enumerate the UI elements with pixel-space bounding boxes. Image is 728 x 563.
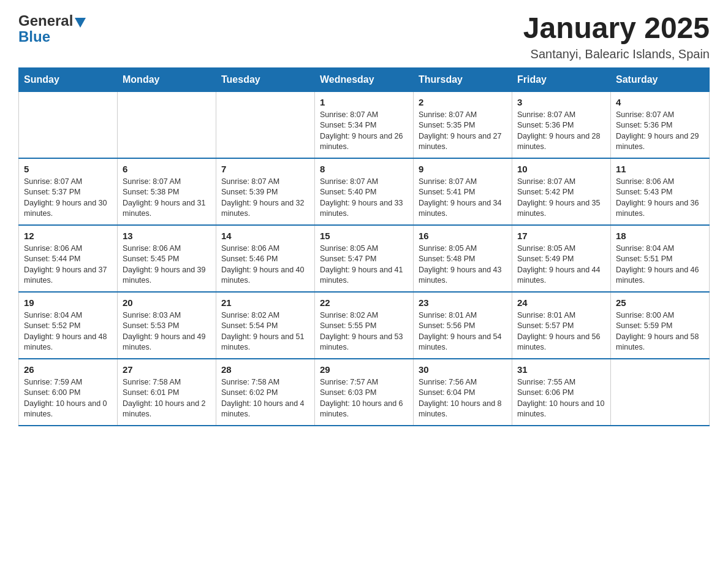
day-number: 28 xyxy=(221,364,309,375)
calendar-cell: 17Sunrise: 8:05 AM Sunset: 5:49 PM Dayli… xyxy=(512,225,611,292)
header-monday: Monday xyxy=(118,67,216,91)
day-number: 16 xyxy=(419,231,507,241)
day-number: 12 xyxy=(24,231,112,241)
day-number: 30 xyxy=(419,364,507,375)
page-header: General Blue January 2025 Santanyi, Bale… xyxy=(18,12,710,61)
day-number: 13 xyxy=(123,231,211,241)
day-info: Sunrise: 7:57 AM Sunset: 6:03 PM Dayligh… xyxy=(320,377,408,420)
day-info: Sunrise: 8:06 AM Sunset: 5:44 PM Dayligh… xyxy=(24,243,112,286)
calendar-cell xyxy=(216,91,315,158)
day-info: Sunrise: 8:05 AM Sunset: 5:48 PM Dayligh… xyxy=(419,243,507,286)
day-info: Sunrise: 8:07 AM Sunset: 5:41 PM Dayligh… xyxy=(419,177,507,220)
day-number: 8 xyxy=(320,164,408,174)
day-number: 24 xyxy=(517,297,605,308)
day-info: Sunrise: 8:02 AM Sunset: 5:55 PM Dayligh… xyxy=(320,310,408,353)
day-number: 21 xyxy=(221,297,309,308)
day-info: Sunrise: 8:07 AM Sunset: 5:39 PM Dayligh… xyxy=(221,177,309,220)
day-number: 14 xyxy=(221,231,309,241)
day-info: Sunrise: 7:56 AM Sunset: 6:04 PM Dayligh… xyxy=(419,377,507,420)
header-saturday: Saturday xyxy=(611,67,710,91)
day-info: Sunrise: 8:07 AM Sunset: 5:40 PM Dayligh… xyxy=(320,177,408,220)
day-number: 11 xyxy=(616,164,704,174)
day-number: 17 xyxy=(517,231,605,241)
page-subtitle: Santanyi, Balearic Islands, Spain xyxy=(523,47,710,61)
week-row-2: 5Sunrise: 8:07 AM Sunset: 5:37 PM Daylig… xyxy=(19,158,710,225)
calendar-cell: 14Sunrise: 8:06 AM Sunset: 5:46 PM Dayli… xyxy=(216,225,315,292)
day-info: Sunrise: 7:58 AM Sunset: 6:01 PM Dayligh… xyxy=(123,377,211,420)
day-info: Sunrise: 8:03 AM Sunset: 5:53 PM Dayligh… xyxy=(123,310,211,353)
calendar-cell xyxy=(118,91,216,158)
calendar-cell: 15Sunrise: 8:05 AM Sunset: 5:47 PM Dayli… xyxy=(315,225,414,292)
day-info: Sunrise: 8:07 AM Sunset: 5:35 PM Dayligh… xyxy=(419,110,507,153)
header-wednesday: Wednesday xyxy=(315,67,414,91)
calendar-cell: 9Sunrise: 8:07 AM Sunset: 5:41 PM Daylig… xyxy=(414,158,512,225)
day-info: Sunrise: 7:55 AM Sunset: 6:06 PM Dayligh… xyxy=(517,377,605,420)
calendar-cell: 31Sunrise: 7:55 AM Sunset: 6:06 PM Dayli… xyxy=(512,359,611,426)
title-block: January 2025 Santanyi, Balearic Islands,… xyxy=(523,12,710,61)
calendar-cell: 30Sunrise: 7:56 AM Sunset: 6:04 PM Dayli… xyxy=(414,359,512,426)
day-number: 6 xyxy=(123,164,211,174)
week-row-3: 12Sunrise: 8:06 AM Sunset: 5:44 PM Dayli… xyxy=(19,225,710,292)
day-info: Sunrise: 8:06 AM Sunset: 5:46 PM Dayligh… xyxy=(221,243,309,286)
calendar-cell: 10Sunrise: 8:07 AM Sunset: 5:42 PM Dayli… xyxy=(512,158,611,225)
calendar-cell: 19Sunrise: 8:04 AM Sunset: 5:52 PM Dayli… xyxy=(19,292,118,359)
day-number: 25 xyxy=(616,297,704,308)
day-info: Sunrise: 8:01 AM Sunset: 5:57 PM Dayligh… xyxy=(517,310,605,353)
day-number: 5 xyxy=(24,164,112,174)
day-number: 1 xyxy=(320,97,408,107)
calendar-body: 1Sunrise: 8:07 AM Sunset: 5:34 PM Daylig… xyxy=(19,91,710,426)
calendar-cell: 20Sunrise: 8:03 AM Sunset: 5:53 PM Dayli… xyxy=(118,292,216,359)
day-info: Sunrise: 8:07 AM Sunset: 5:34 PM Dayligh… xyxy=(320,110,408,153)
logo-arrow-icon xyxy=(75,18,86,28)
day-info: Sunrise: 8:02 AM Sunset: 5:54 PM Dayligh… xyxy=(221,310,309,353)
header-row: SundayMondayTuesdayWednesdayThursdayFrid… xyxy=(19,67,710,91)
day-number: 7 xyxy=(221,164,309,174)
calendar-table: SundayMondayTuesdayWednesdayThursdayFrid… xyxy=(18,67,710,426)
header-thursday: Thursday xyxy=(414,67,512,91)
calendar-cell: 7Sunrise: 8:07 AM Sunset: 5:39 PM Daylig… xyxy=(216,158,315,225)
day-number: 27 xyxy=(123,364,211,375)
header-friday: Friday xyxy=(512,67,611,91)
calendar-header: SundayMondayTuesdayWednesdayThursdayFrid… xyxy=(19,67,710,91)
calendar-cell: 8Sunrise: 8:07 AM Sunset: 5:40 PM Daylig… xyxy=(315,158,414,225)
day-number: 22 xyxy=(320,297,408,308)
calendar-cell: 16Sunrise: 8:05 AM Sunset: 5:48 PM Dayli… xyxy=(414,225,512,292)
day-number: 23 xyxy=(419,297,507,308)
day-info: Sunrise: 8:07 AM Sunset: 5:37 PM Dayligh… xyxy=(24,177,112,220)
day-number: 26 xyxy=(24,364,112,375)
calendar-cell: 22Sunrise: 8:02 AM Sunset: 5:55 PM Dayli… xyxy=(315,292,414,359)
calendar-cell: 13Sunrise: 8:06 AM Sunset: 5:45 PM Dayli… xyxy=(118,225,216,292)
day-info: Sunrise: 8:05 AM Sunset: 5:47 PM Dayligh… xyxy=(320,243,408,286)
header-tuesday: Tuesday xyxy=(216,67,315,91)
day-info: Sunrise: 8:04 AM Sunset: 5:52 PM Dayligh… xyxy=(24,310,112,353)
day-number: 19 xyxy=(24,297,112,308)
calendar-cell: 26Sunrise: 7:59 AM Sunset: 6:00 PM Dayli… xyxy=(19,359,118,426)
day-info: Sunrise: 7:59 AM Sunset: 6:00 PM Dayligh… xyxy=(24,377,112,420)
calendar-cell: 27Sunrise: 7:58 AM Sunset: 6:01 PM Dayli… xyxy=(118,359,216,426)
day-number: 10 xyxy=(517,164,605,174)
calendar-cell: 21Sunrise: 8:02 AM Sunset: 5:54 PM Dayli… xyxy=(216,292,315,359)
day-info: Sunrise: 8:07 AM Sunset: 5:36 PM Dayligh… xyxy=(517,110,605,153)
day-number: 4 xyxy=(616,97,704,107)
day-info: Sunrise: 8:06 AM Sunset: 5:45 PM Dayligh… xyxy=(123,243,211,286)
day-info: Sunrise: 8:07 AM Sunset: 5:42 PM Dayligh… xyxy=(517,177,605,220)
calendar-cell: 25Sunrise: 8:00 AM Sunset: 5:59 PM Dayli… xyxy=(611,292,710,359)
day-number: 29 xyxy=(320,364,408,375)
day-info: Sunrise: 8:06 AM Sunset: 5:43 PM Dayligh… xyxy=(616,177,704,220)
calendar-cell xyxy=(19,91,118,158)
calendar-cell xyxy=(611,359,710,426)
calendar-cell: 29Sunrise: 7:57 AM Sunset: 6:03 PM Dayli… xyxy=(315,359,414,426)
day-info: Sunrise: 8:01 AM Sunset: 5:56 PM Dayligh… xyxy=(419,310,507,353)
day-number: 18 xyxy=(616,231,704,241)
calendar-cell: 23Sunrise: 8:01 AM Sunset: 5:56 PM Dayli… xyxy=(414,292,512,359)
calendar-cell: 1Sunrise: 8:07 AM Sunset: 5:34 PM Daylig… xyxy=(315,91,414,158)
calendar-cell: 18Sunrise: 8:04 AM Sunset: 5:51 PM Dayli… xyxy=(611,225,710,292)
calendar-cell: 4Sunrise: 8:07 AM Sunset: 5:36 PM Daylig… xyxy=(611,91,710,158)
day-info: Sunrise: 7:58 AM Sunset: 6:02 PM Dayligh… xyxy=(221,377,309,420)
day-info: Sunrise: 8:05 AM Sunset: 5:49 PM Dayligh… xyxy=(517,243,605,286)
day-info: Sunrise: 8:07 AM Sunset: 5:36 PM Dayligh… xyxy=(616,110,704,153)
calendar-cell: 2Sunrise: 8:07 AM Sunset: 5:35 PM Daylig… xyxy=(414,91,512,158)
logo-blue-text: Blue xyxy=(18,28,50,45)
calendar-cell: 11Sunrise: 8:06 AM Sunset: 5:43 PM Dayli… xyxy=(611,158,710,225)
day-number: 20 xyxy=(123,297,211,308)
